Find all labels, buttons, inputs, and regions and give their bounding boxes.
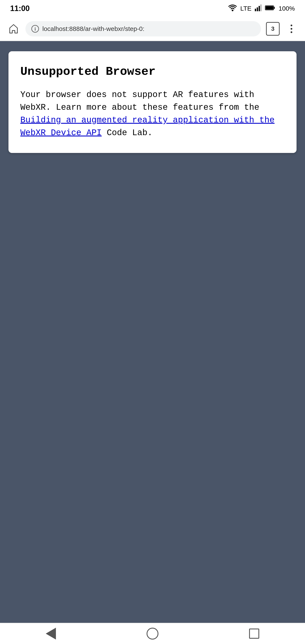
- battery-icon: [265, 5, 275, 12]
- home-icon: [8, 24, 19, 34]
- svg-rect-4: [260, 4, 262, 11]
- svg-rect-2: [257, 8, 258, 11]
- svg-rect-1: [255, 9, 256, 11]
- menu-dot-2: [290, 28, 292, 30]
- signal-icon: [255, 4, 262, 13]
- status-time: 11:00: [10, 4, 30, 13]
- wifi-icon: [228, 4, 237, 13]
- svg-rect-7: [266, 6, 273, 10]
- svg-point-0: [232, 10, 234, 11]
- home-button[interactable]: [7, 22, 20, 36]
- status-bar: 11:00 LTE: [0, 0, 305, 17]
- tabs-count: 3: [271, 26, 274, 32]
- card-title: Unsupported Browser: [20, 65, 285, 78]
- menu-button[interactable]: [285, 22, 298, 36]
- address-bar[interactable]: i localhost:8888/ar-with-webxr/step-0:: [26, 21, 261, 36]
- page-content: Unsupported Browser Your browser does no…: [0, 41, 305, 622]
- battery-percent: 100%: [278, 5, 295, 12]
- nav-bar: [0, 623, 305, 644]
- svg-rect-3: [258, 6, 260, 11]
- tabs-button[interactable]: 3: [266, 22, 280, 36]
- back-icon: [46, 628, 56, 640]
- card-body-suffix: Code Lab.: [102, 128, 152, 138]
- browser-chrome: i localhost:8888/ar-with-webxr/step-0: 3: [0, 17, 305, 41]
- card-body-prefix: Your browser does not support AR feature…: [20, 90, 259, 112]
- address-text: localhost:8888/ar-with-webxr/step-0:: [42, 25, 144, 32]
- svg-rect-6: [274, 7, 275, 9]
- home-nav-button[interactable]: [144, 625, 161, 642]
- status-icons: LTE 100%: [228, 4, 295, 13]
- card-body: Your browser does not support AR feature…: [20, 88, 285, 140]
- recents-button[interactable]: [246, 625, 263, 642]
- unsupported-browser-card: Unsupported Browser Your browser does no…: [8, 51, 296, 153]
- back-button[interactable]: [42, 625, 59, 642]
- info-icon: i: [31, 25, 39, 32]
- home-nav-icon: [146, 628, 158, 640]
- lte-label: LTE: [240, 5, 252, 12]
- menu-dot-3: [290, 31, 292, 33]
- menu-dot-1: [290, 24, 292, 26]
- recents-icon: [249, 628, 259, 639]
